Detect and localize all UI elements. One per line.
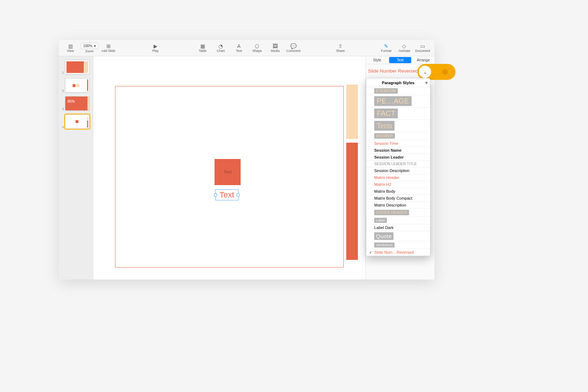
style-label: Label Dark	[374, 225, 393, 230]
current-style-name: Slide Number Reversed	[368, 68, 424, 74]
inspector-tabs-group: ✎Format ◇Animate ▭Document	[379, 44, 430, 53]
style-label: Attribution	[374, 242, 395, 248]
view-button[interactable]: ▥View	[63, 44, 78, 53]
format-button[interactable]: ✎Format	[379, 44, 393, 53]
style-label: Session Time	[374, 141, 398, 146]
chevron-down-icon: ▾	[94, 44, 96, 48]
animate-button[interactable]: ◇Animate	[397, 44, 412, 53]
comment-button[interactable]: 💬Comment	[286, 44, 301, 53]
paragraph-style-item[interactable]: Label Dark	[366, 224, 430, 231]
style-label: Term	[374, 121, 395, 131]
placeholder-text: Text	[224, 170, 232, 175]
shape-square[interactable]: Text	[215, 159, 241, 185]
slide-thumbnail[interactable]: 85%	[65, 96, 90, 111]
zoom-control[interactable]: 100%▾ Zoom	[81, 43, 98, 53]
style-label: Slide Num…Reversed	[374, 250, 414, 254]
style-label: Matrix Header	[374, 175, 399, 180]
style-label: Session Leader	[374, 155, 404, 159]
textbox-content: Text	[220, 190, 234, 200]
paragraph-style-item[interactable]: Session Time	[366, 140, 430, 147]
style-label: Matrix Body	[374, 189, 395, 193]
thumb-text: 85%	[68, 99, 75, 103]
slide-number: 3	[61, 107, 64, 111]
slide-thumbnail[interactable]	[65, 78, 90, 93]
table-button[interactable]: ▦Table	[195, 44, 210, 53]
play-icon: ▶	[154, 44, 158, 49]
app-window: ▥View 100%▾ Zoom ⊞Add Slide ▶Play ▦Table…	[59, 40, 434, 279]
paragraph-style-item[interactable]: Quote	[366, 231, 430, 241]
chart-button[interactable]: ◔Chart	[213, 44, 228, 53]
decorative-bar	[346, 143, 358, 260]
paragraph-style-item[interactable]: Matrix H2	[366, 181, 430, 188]
tab-text[interactable]: Text	[389, 57, 412, 63]
annotation-highlight: ⌄	[417, 64, 456, 80]
play-label: Play	[152, 49, 159, 53]
slide-navigator[interactable]: 1 2 3 85%	[59, 56, 93, 279]
paragraph-style-item[interactable]: EYEBROW	[366, 87, 430, 95]
view-label: View	[67, 49, 74, 53]
thumb-row[interactable]: 4	[61, 114, 91, 129]
check-icon: ✓	[369, 250, 373, 254]
paragraph-style-item[interactable]: FACT	[366, 107, 430, 120]
popover-title: Paragraph Styles	[382, 81, 415, 85]
popover-header: Paragraph Styles +	[366, 78, 430, 87]
tab-arrange[interactable]: Arrange	[412, 56, 434, 64]
zoom-label: Zoom	[85, 49, 94, 53]
share-button[interactable]: ⇧Share	[333, 44, 348, 53]
paragraph-style-item[interactable]: COVER HEADER	[366, 209, 430, 217]
tab-style[interactable]: Style	[366, 56, 388, 64]
paragraph-style-item[interactable]: Session Description	[366, 167, 430, 174]
paragraph-style-item[interactable]: Matrix Header	[366, 174, 430, 181]
play-button[interactable]: ▶Play	[148, 44, 163, 53]
paragraph-style-item[interactable]: Session Name	[366, 147, 430, 154]
document-button[interactable]: ▭Document	[415, 44, 430, 53]
slide-thumbnail[interactable]	[65, 60, 90, 74]
paragraph-style-item[interactable]: Label	[366, 217, 430, 224]
share-icon: ⇧	[338, 44, 343, 49]
slide[interactable]: Text Text	[115, 86, 344, 268]
style-label: ANSWER	[374, 133, 395, 139]
paragraph-style-item[interactable]: PE…AGE	[366, 95, 430, 107]
slide-thumbnail-selected[interactable]	[65, 114, 90, 129]
text-button[interactable]: AText	[232, 44, 246, 53]
document-icon: ▭	[420, 44, 425, 49]
style-label: PE…AGE	[374, 96, 412, 106]
paragraph-style-item[interactable]: Matrix Body Compact	[366, 195, 430, 202]
inspector-tabs: Style Text Arrange	[366, 56, 434, 64]
app-body: 1 2 3 85%	[59, 56, 434, 279]
paragraph-styles-list[interactable]: EYEBROWPE…AGEFACTTermANSWERSession TimeS…	[366, 87, 430, 256]
decorative-bar	[346, 85, 358, 139]
style-label: EYEBROW	[374, 88, 398, 94]
add-style-button[interactable]: +	[425, 80, 428, 86]
text-box-selected[interactable]: Text	[215, 189, 238, 200]
paragraph-style-item[interactable]: SESSION LEADER TITLE	[366, 161, 430, 167]
style-label: Matrix Description	[374, 203, 406, 207]
paragraph-style-item[interactable]: Attribution	[366, 241, 430, 249]
style-label: Session Name	[374, 148, 401, 152]
shape-button[interactable]: ⬠Shape	[250, 44, 264, 53]
slide-canvas[interactable]: Text Text	[93, 56, 366, 279]
zoom-value: 100%	[83, 44, 93, 48]
thumb-row[interactable]: 2	[61, 78, 91, 93]
paragraph-styles-popover: Paragraph Styles + EYEBROWPE…AGEFACTTerm…	[366, 78, 430, 256]
plus-square-icon: ⊞	[106, 44, 111, 49]
paragraph-style-item[interactable]: ✓Slide Num…Reversed	[366, 249, 430, 256]
paragraph-style-item[interactable]: ANSWER	[366, 132, 430, 140]
style-label: Quote	[374, 232, 393, 240]
media-button[interactable]: 🖼Media	[268, 44, 282, 53]
slide-number: 1	[61, 71, 64, 74]
paragraph-style-item[interactable]: Matrix Body	[366, 188, 430, 195]
style-label: FACT	[374, 109, 398, 118]
sidebar-icon: ▥	[68, 44, 73, 49]
paragraph-style-item[interactable]: Matrix Description	[366, 202, 430, 209]
thumb-row[interactable]: 3 85%	[61, 96, 91, 111]
paragraph-style-item[interactable]: Session Leader	[366, 154, 430, 161]
text-icon: A	[237, 44, 241, 49]
thumb-row[interactable]: 1	[61, 60, 91, 74]
shape-icon: ⬠	[255, 44, 259, 49]
add-slide-button[interactable]: ⊞Add Slide	[101, 44, 116, 53]
toolbar: ▥View 100%▾ Zoom ⊞Add Slide ▶Play ▦Table…	[59, 40, 434, 56]
paragraph-style-item[interactable]: Term	[366, 120, 430, 132]
add-slide-label: Add Slide	[101, 49, 115, 53]
style-label: Matrix Body Compact	[374, 196, 412, 200]
